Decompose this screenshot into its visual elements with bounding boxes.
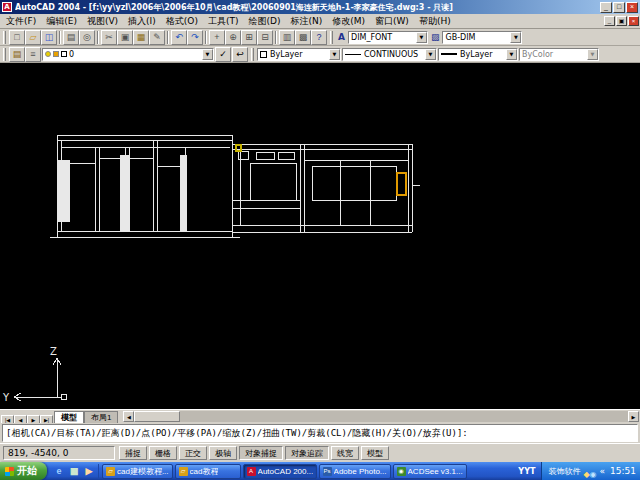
close-button[interactable]: × xyxy=(626,2,638,13)
check-icon: ✓ xyxy=(219,50,227,59)
status-toggle-polar[interactable]: 极轴 xyxy=(209,446,237,460)
task-cad-tutorial[interactable]: ▱cad教程 xyxy=(175,464,241,479)
scrollbar-thumb[interactable] xyxy=(134,411,180,422)
dim-style-combo[interactable]: GB-DIM ▼ xyxy=(442,31,522,44)
zoom-previous-icon[interactable]: ⊟ xyxy=(257,30,273,45)
start-button[interactable]: 开始 xyxy=(0,462,47,480)
menu-item-1[interactable]: 编辑(E) xyxy=(41,15,82,28)
task-acdsee[interactable]: ◉ACDSee v3.1... xyxy=(393,464,467,479)
help-icon[interactable]: ? xyxy=(311,30,327,45)
linetype-value: CONTINUOUS xyxy=(364,50,425,59)
dropdown-arrow-icon[interactable]: ▼ xyxy=(587,49,598,60)
menu-item-2[interactable]: 视图(V) xyxy=(82,15,123,28)
open-icon[interactable]: ▱ xyxy=(25,30,41,45)
clock: 15:51 xyxy=(608,466,636,476)
designcenter-icon[interactable]: ▩ xyxy=(295,30,311,45)
language-indicator[interactable]: YYT xyxy=(515,467,538,476)
cut-icon[interactable]: ✂ xyxy=(101,30,117,45)
layer-on-bulb-icon xyxy=(45,51,51,57)
plot-preview-icon[interactable]: ◎ xyxy=(79,30,95,45)
undo-icon[interactable]: ↶ xyxy=(171,30,187,45)
menu-item-4[interactable]: 格式(O) xyxy=(161,15,203,28)
layer-previous-icon[interactable]: ↩ xyxy=(232,47,248,62)
status-toggle-osnap[interactable]: 对象捕捉 xyxy=(239,446,283,460)
task-autocad-icon: A xyxy=(247,467,256,476)
status-toggle-otrack[interactable]: 对象追踪 xyxy=(285,446,329,460)
plot-style-combo[interactable]: ByColor ▼ xyxy=(519,48,599,61)
make-object-layer-current-icon[interactable]: ✓ xyxy=(215,47,231,62)
ie-icon[interactable]: e xyxy=(52,464,66,478)
command-input-area[interactable]: [相机(CA)/目标(TA)/距离(D)/点(PO)/平移(PA)/缩放(Z)/… xyxy=(2,424,638,442)
current-color-chip-icon xyxy=(260,51,267,58)
tab-model[interactable]: 模型 xyxy=(54,411,84,423)
plot-icon[interactable]: ▤ xyxy=(63,30,79,45)
show-desktop-icon[interactable]: ▦ xyxy=(67,464,81,478)
status-toggle-ortho[interactable]: 正交 xyxy=(179,446,207,460)
redo-icon[interactable]: ↷ xyxy=(187,30,203,45)
menu-item-8[interactable]: 修改(M) xyxy=(327,15,370,28)
toolbar-grip[interactable] xyxy=(3,31,6,44)
toolbar-separator xyxy=(275,31,277,44)
menu-item-5[interactable]: 工具(T) xyxy=(203,15,244,28)
status-toggle-snap[interactable]: 捕捉 xyxy=(119,446,147,460)
color-combo[interactable]: ByLayer ▼ xyxy=(257,48,341,61)
dropdown-arrow-icon[interactable]: ▼ xyxy=(506,49,517,60)
tray-icon-app[interactable]: ◉ xyxy=(590,470,597,479)
layer-manager-icon[interactable]: ▤ xyxy=(9,47,25,62)
task-autocad[interactable]: AAutoCAD 200... xyxy=(243,464,317,479)
menu-item-7[interactable]: 标注(N) xyxy=(285,15,327,28)
taskbar: 开始 e▦▶ ▱cad建模教程...▱cad教程AAutoCAD 200...P… xyxy=(0,462,640,480)
dropdown-arrow-icon[interactable]: ▼ xyxy=(329,49,340,60)
dropdown-arrow-icon[interactable]: ▼ xyxy=(202,49,213,60)
text-style-combo[interactable]: DIM_FONT ▼ xyxy=(348,31,428,44)
layer-states-icon[interactable]: ≡ xyxy=(25,47,41,62)
tray-app-label[interactable]: 装饰软件 xyxy=(548,466,580,477)
coordinates-display[interactable]: 819, -4540, 0 xyxy=(3,446,115,460)
text-style-value: DIM_FONT xyxy=(351,33,416,42)
media-player-icon[interactable]: ▶ xyxy=(82,464,96,478)
command-window[interactable]: [相机(CA)/目标(TA)/距离(D)/点(PO)/平移(PA)/缩放(Z)/… xyxy=(0,423,640,443)
zoom-window-icon[interactable]: ⊞ xyxy=(241,30,257,45)
menubar: 文件(F)编辑(E)视图(V)插入(I)格式(O)工具(T)绘图(D)标注(N)… xyxy=(0,14,640,29)
task-cad-modeling[interactable]: ▱cad建模教程... xyxy=(102,464,173,479)
toolbar-grip[interactable] xyxy=(330,31,333,44)
doc-restore-button[interactable]: ▣ xyxy=(616,16,627,26)
scroll-right-icon[interactable]: ▶ xyxy=(628,411,639,422)
minimize-button[interactable]: _ xyxy=(600,2,612,13)
drawing-area[interactable]: ZY xyxy=(0,63,640,409)
lineweight-combo[interactable]: ByLayer ▼ xyxy=(438,48,518,61)
toolbar-grip[interactable] xyxy=(251,48,254,61)
paste-icon[interactable]: ▦ xyxy=(133,30,149,45)
autocad-app-icon: A xyxy=(2,2,12,12)
layer-combo[interactable]: 0 ▼ xyxy=(42,48,214,61)
maximize-button[interactable]: □ xyxy=(613,2,625,13)
toolbar-grip[interactable] xyxy=(3,48,6,61)
dropdown-arrow-icon[interactable]: ▼ xyxy=(510,32,521,43)
save-icon[interactable]: ◫ xyxy=(41,30,57,45)
doc-minimize-button[interactable]: _ xyxy=(604,16,615,26)
copy-icon[interactable]: ▣ xyxy=(117,30,133,45)
menu-item-10[interactable]: 帮助(H) xyxy=(414,15,456,28)
properties-icon[interactable]: ▥ xyxy=(279,30,295,45)
dropdown-arrow-icon[interactable]: ▼ xyxy=(416,32,427,43)
tab-layout1[interactable]: 布局1 xyxy=(84,411,118,423)
horizontal-scrollbar[interactable]: ◀ ▶ xyxy=(123,411,639,422)
menu-item-9[interactable]: 窗口(W) xyxy=(370,15,414,28)
dropdown-arrow-icon[interactable]: ▼ xyxy=(425,49,436,60)
scroll-left-icon[interactable]: ◀ xyxy=(123,411,134,422)
menu-item-0[interactable]: 文件(F) xyxy=(1,15,41,28)
task-photoshop[interactable]: PsAdobe Photo... xyxy=(319,464,391,479)
doc-close-button[interactable]: × xyxy=(628,16,639,26)
status-toggle-model[interactable]: 模型 xyxy=(361,446,389,460)
new-icon[interactable]: □ xyxy=(9,30,25,45)
menu-item-3[interactable]: 插入(I) xyxy=(123,15,161,28)
tray-chevron-icon[interactable]: « xyxy=(600,466,606,476)
status-toggle-grid[interactable]: 栅格 xyxy=(149,446,177,460)
menu-item-6[interactable]: 绘图(D) xyxy=(243,15,285,28)
linetype-combo[interactable]: CONTINUOUS ▼ xyxy=(342,48,437,61)
statusbar: 819, -4540, 0 捕捉栅格正交极轴对象捕捉对象追踪线宽模型 xyxy=(0,443,640,462)
pan-icon[interactable]: + xyxy=(209,30,225,45)
match-properties-icon[interactable]: ✎ xyxy=(149,30,165,45)
zoom-realtime-icon[interactable]: ⊕ xyxy=(225,30,241,45)
status-toggle-lwt[interactable]: 线宽 xyxy=(331,446,359,460)
